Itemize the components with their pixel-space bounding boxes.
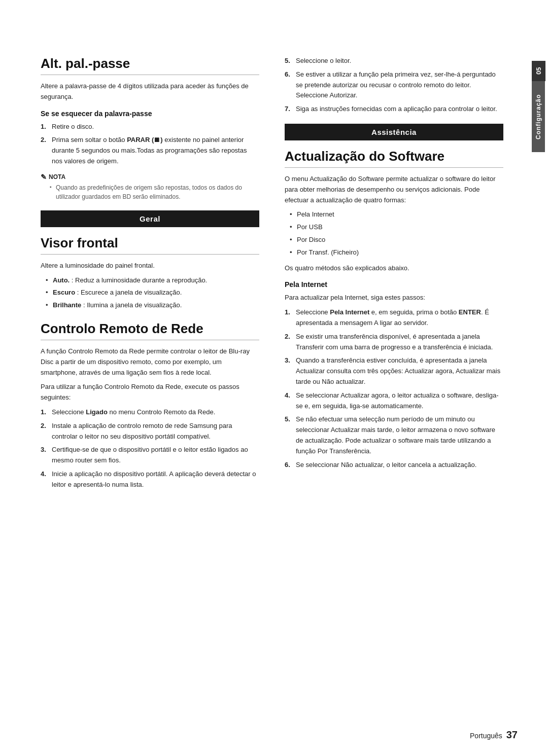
banner-geral: Geral (41, 210, 259, 227)
side-tab: 05 Configuração (529, 0, 548, 756)
note-title: ✎ NOTA (41, 173, 259, 181)
subtitle-internet: Pela Internet (285, 280, 503, 289)
step-i-3: 3. Quando a transferência estiver conclu… (285, 355, 503, 387)
step-i-5: 5. Se não efectuar uma selecção num perí… (285, 414, 503, 456)
footer-language: Português (470, 732, 502, 740)
section-alt-pal-passe: Alt. pal.-passe Altere a palavra-passe d… (41, 56, 259, 201)
step-cr-1: 1. Seleccione Ligado no menu Controlo Re… (41, 407, 259, 418)
step-i-2: 2. Se existir uma transferência disponív… (285, 332, 503, 353)
bullets-actualizacao: Pela Internet Por USB Por Disco Por Tran… (285, 209, 503, 258)
intro-alt-pal-passe: Altere a palavra-passe de 4 dígitos util… (41, 81, 259, 102)
bullet-usb: Por USB (290, 222, 503, 233)
subtitle-esquecer: Se se esquecer da palavra-passe (41, 110, 259, 118)
section-controlo-remoto: Controlo Remoto de Rede A função Control… (41, 321, 259, 490)
intro-visor-frontal: Altere a luminosidade do painel frontal. (41, 261, 259, 271)
step-i-6: 6. Se seleccionar Não actualizar, o leit… (285, 460, 503, 471)
intro-controlo-remoto: A função Controlo Remoto da Rede permite… (41, 346, 259, 378)
steps-controlo-remoto: 1. Seleccione Ligado no menu Controlo Re… (41, 407, 259, 490)
steps-top-right: 5. Seleccione o leitor. 6. Se estiver a … (285, 56, 503, 115)
section-actualizacao: Actualização do Software O menu Actualiz… (285, 149, 503, 470)
step-cr-2: 2. Instale a aplicação de controlo remot… (41, 421, 259, 442)
para2-controlo-remoto: Para utilizar a função Controlo Remoto d… (41, 382, 259, 403)
title-visor-frontal: Visor frontal (41, 235, 259, 255)
bullet-brilhante: Brilhante : Ilumina a janela de visualiz… (46, 300, 259, 311)
title-alt-pal-passe: Alt. pal.-passe (41, 56, 259, 75)
footer-page-number: 37 (506, 729, 518, 740)
note-content: Quando as predefinições de origem são re… (41, 183, 259, 201)
step-i-4: 4. Se seleccionar Actualizar agora, o le… (285, 390, 503, 412)
bullet-internet: Pela Internet (290, 209, 503, 220)
steps-esquecer: 1. Retire o disco. 2. Prima sem soltar o… (41, 122, 259, 167)
intro-internet: Para actualizar pela Internet, siga este… (285, 293, 503, 303)
section-visor-frontal: Visor frontal Altere a luminosidade do p… (41, 235, 259, 311)
step-i-1: 1. Seleccione Pela Internet e, em seguid… (285, 307, 503, 329)
title-controlo-remoto: Controlo Remoto de Rede (41, 321, 259, 340)
side-tab-number: 05 (532, 61, 545, 81)
note-item: Quando as predefinições de origem são re… (50, 183, 259, 201)
bullet-transf: Por Transf. (Ficheiro) (290, 247, 503, 258)
step-rt-7: 7. Siga as instruções fornecidas com a a… (285, 104, 503, 115)
bullet-disco: Por Disco (290, 235, 503, 245)
note-box: ✎ NOTA Quando as predefinições de origem… (41, 173, 259, 201)
intro-actualizacao: O menu Actualização do Software permite … (285, 174, 503, 205)
bullet-escuro: Escuro : Escurece a janela de visualizaç… (46, 287, 259, 298)
right-column: 5. Seleccione o leitor. 6. Se estiver a … (275, 56, 503, 710)
subsection-internet: Pela Internet Para actualizar pela Inter… (285, 280, 503, 470)
bullets-visor: Auto. : Reduz a luminosidade durante a r… (41, 275, 259, 311)
page: Alt. pal.-passe Altere a palavra-passe d… (0, 0, 548, 756)
main-content: Alt. pal.-passe Altere a palavra-passe d… (0, 30, 529, 736)
step-cr-4: 4. Inicie a aplicação no dispositivo por… (41, 469, 259, 490)
step-1: 1. Retire o disco. (41, 122, 259, 132)
step-rt-6: 6. Se estiver a utilizar a função pela p… (285, 69, 503, 101)
footer: Português 37 (470, 729, 518, 741)
step-rt-5: 5. Seleccione o leitor. (285, 56, 503, 66)
side-tab-label: Configuração (532, 81, 545, 152)
left-column: Alt. pal.-passe Altere a palavra-passe d… (41, 56, 259, 710)
title-actualizacao: Actualização do Software (285, 149, 503, 168)
step-cr-3: 3. Certifique-se de que o dispositivo po… (41, 445, 259, 466)
note-icon: ✎ (41, 173, 47, 181)
bullet-auto: Auto. : Reduz a luminosidade durante a r… (46, 275, 259, 286)
steps-internet: 1. Seleccione Pela Internet e, em seguid… (285, 307, 503, 470)
step-2: 2. Prima sem soltar o botão PARAR (⏹) ex… (41, 135, 259, 166)
banner-assistencia: Assistência (285, 124, 503, 140)
outro-actualizacao: Os quatro métodos são explicados abaixo. (285, 263, 503, 274)
